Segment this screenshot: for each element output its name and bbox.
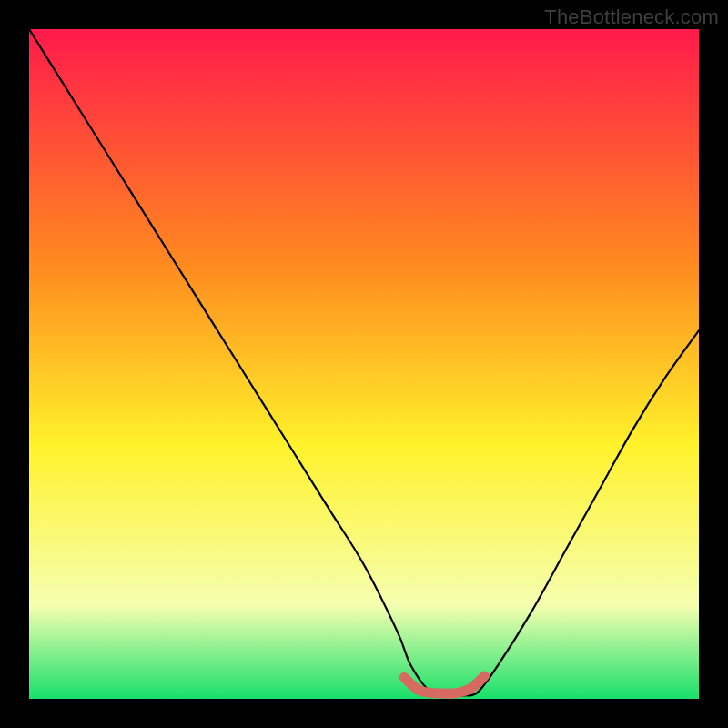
chart-frame: TheBottleneck.com	[0, 0, 728, 728]
plot-area	[29, 29, 699, 699]
gradient-background	[29, 29, 699, 699]
chart-svg	[29, 29, 699, 699]
watermark-text: TheBottleneck.com	[544, 5, 719, 29]
